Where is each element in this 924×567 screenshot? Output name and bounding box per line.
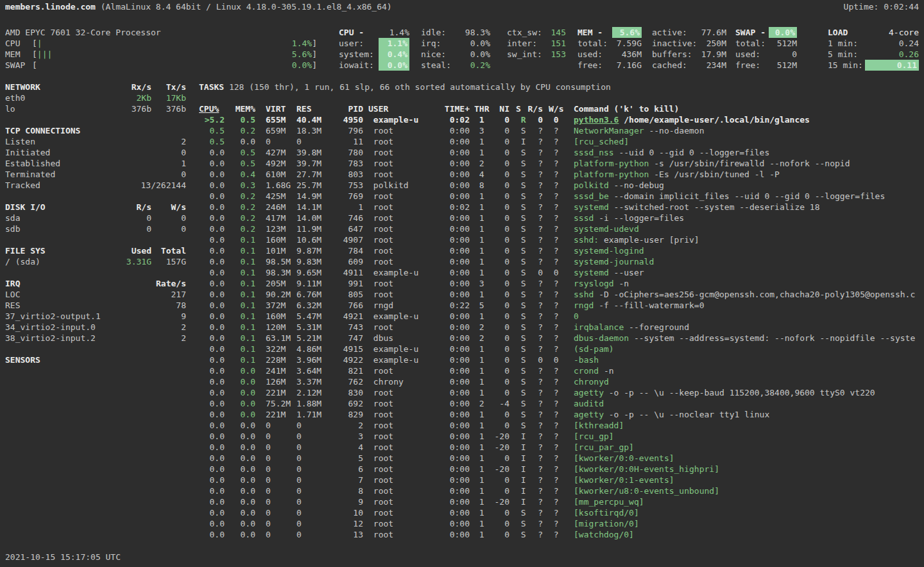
cell-cpu-percent: 0.0: [199, 464, 225, 475]
cell-state: S: [516, 398, 526, 409]
cell-command: polkitd --no-debug: [574, 180, 924, 191]
tcp-stat-value: 13/262144: [112, 180, 186, 191]
cell-nice: 0: [492, 256, 509, 267]
cell-time: 0:00: [424, 529, 470, 540]
cell-time: 0:00: [424, 267, 470, 278]
cell-write-rate: ?: [549, 289, 564, 300]
cell-state: I: [516, 475, 526, 485]
load-stat-value: 4-core: [865, 27, 919, 38]
cell-state: S: [516, 147, 526, 158]
diskio-section: DISK I/O R/s W/s sda00sdb00: [5, 202, 186, 234]
cell-virt: 425M: [266, 191, 296, 202]
cell-mem-percent: 0.2: [232, 125, 255, 136]
cell-res: 0: [296, 431, 332, 442]
cell-virt: 417M: [266, 213, 296, 223]
command-name: -bash: [574, 355, 599, 365]
cell-mem-percent: 0.0: [232, 420, 255, 431]
tcp-stat-value: 0: [112, 147, 186, 158]
cell-res: 9.65M: [296, 267, 332, 278]
cell-res: 0: [296, 507, 332, 518]
cell-pid: 1: [332, 202, 363, 213]
process-row: 0.00.163.1M5.21M747 dbus0:00 20 S? ?dbus…: [199, 333, 924, 344]
cell-thr: 1: [474, 354, 492, 365]
cell-state: S: [516, 234, 526, 245]
mem-stat-row: MEM -5.6%: [578, 27, 642, 38]
cell-virt: 0: [266, 529, 296, 540]
tcp-section: TCP CONNECTIONS Listen2Initiated0Establi…: [5, 125, 186, 191]
cell-virt: 0: [266, 136, 296, 147]
col-res: RES: [296, 103, 332, 114]
cell-read-rate: ?: [526, 213, 543, 223]
cell-read-rate: ?: [526, 420, 543, 431]
cell-state: S: [516, 202, 526, 213]
command-name: polkitd: [574, 180, 609, 190]
mem-stat-value: 7.16G: [612, 60, 642, 71]
mem-stat-value: 17.9M: [698, 49, 726, 60]
quicklook-panel: AMD EPYC 7601 32-Core Processor CPU[|1.4…: [5, 27, 317, 71]
cell-thr: 1: [474, 376, 492, 387]
cell-res: 3.96M: [296, 354, 332, 365]
cell-time: 0:00: [424, 234, 470, 245]
cell-time: 0:00: [424, 125, 470, 136]
cpu-stat-value: 98.3%: [457, 27, 490, 38]
cell-write-rate: ?: [549, 180, 564, 191]
cell-write-rate: ?: [549, 485, 564, 496]
tasks-title: TASKS: [199, 82, 224, 92]
cell-mem-percent: 0.0: [232, 431, 255, 442]
cell-mem-percent: 0.0: [232, 365, 255, 376]
cell-write-rate: 0: [549, 354, 564, 365]
cell-user: root: [368, 169, 424, 180]
col-thr: THR: [474, 103, 492, 114]
cell-command: platform-python -Es /usr/sbin/tuned -l -…: [574, 169, 924, 180]
cell-command: [kworker/0:0H-events_highpri]: [574, 464, 924, 475]
cell-thr: 1: [474, 223, 492, 234]
cell-res: 6.32M: [296, 300, 332, 311]
cell-user: root: [368, 158, 424, 169]
cell-write-rate: ?: [549, 245, 564, 256]
cell-command: 0: [574, 311, 924, 322]
cell-time: 0:00: [424, 213, 470, 223]
cell-read-rate: ?: [526, 223, 543, 234]
cell-nice: 0: [492, 409, 509, 420]
cpu-stat-value: 1.1%: [379, 38, 409, 49]
uptime: Uptime: 0:02:44: [844, 1, 919, 12]
process-row: 0.00.2246M14.1M1 root0:02 10 S? ?systemd…: [199, 202, 924, 213]
cell-pid: 747: [332, 333, 363, 344]
cell-user: root: [368, 420, 424, 431]
sidebar: NETWORK Rx/s Tx/s eth02Kb17Kblo376b376b …: [5, 82, 186, 376]
cell-virt: 63.1M: [266, 333, 296, 344]
cell-res: 3.64M: [296, 365, 332, 376]
cell-state: S: [516, 169, 526, 180]
cell-virt: 492M: [266, 158, 296, 169]
cell-virt: 241M: [266, 365, 296, 376]
cell-thr: 1: [474, 409, 492, 420]
mem-stat-value: 250M: [698, 38, 726, 49]
cell-cpu-percent: 0.0: [199, 147, 225, 158]
cell-read-rate: ?: [526, 376, 543, 387]
cell-cpu-percent: 0.0: [199, 202, 225, 213]
cpu-stat-value: 153: [544, 49, 566, 60]
cell-write-rate: ?: [549, 496, 564, 507]
process-panel: TASKS 128 (150 thr), 1 run, 61 slp, 66 o…: [199, 82, 924, 540]
cell-virt: 610M: [266, 169, 296, 180]
cell-command: [rcu_par_gp]: [574, 442, 924, 453]
cell-write-rate: ?: [549, 234, 564, 245]
cell-state: S: [516, 365, 526, 376]
sensors-title: SENSORS: [5, 354, 186, 365]
process-row: 0.00.1228M3.96M4922 example-u0:00 10 S0 …: [199, 354, 924, 365]
irq-rate: 78: [112, 300, 186, 311]
swap-stats-panel: SWAP -0.0%total:512Mused:0free:512M: [735, 27, 797, 71]
tcp-stat-name: Established: [5, 158, 112, 169]
cell-thr: 1: [474, 420, 492, 431]
cell-state: S: [516, 256, 526, 267]
cell-cpu-percent: 0.5: [199, 136, 225, 147]
cell-state: I: [516, 496, 526, 507]
cell-user: root: [368, 387, 424, 398]
command-name: auditd: [574, 399, 604, 408]
cell-virt: 0: [266, 442, 296, 453]
cell-user: chrony: [368, 376, 424, 387]
cell-read-rate: ?: [526, 485, 543, 496]
cell-mem-percent: 0.0: [232, 485, 255, 496]
command-name: [kworker/0:1-events]: [574, 475, 674, 485]
cell-thr: 1: [474, 496, 492, 507]
